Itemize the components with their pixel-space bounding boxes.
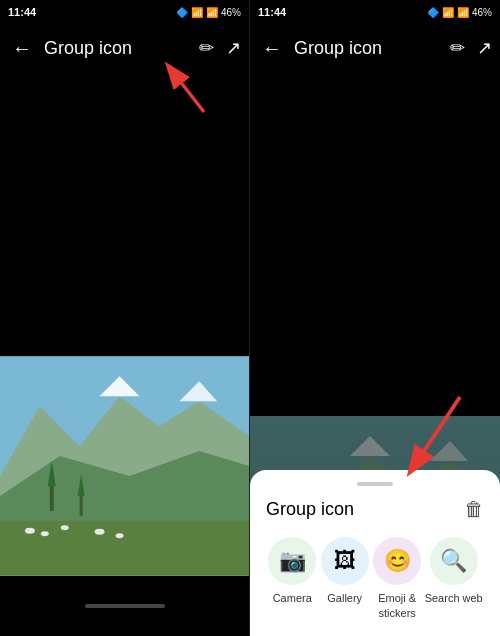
battery-display-r: 46% [472,7,492,18]
bluetooth-icon-r: 🔷 [427,7,439,18]
back-button-left[interactable]: ← [8,33,36,64]
search-icon-circle: 🔍 [430,537,478,585]
emoji-icon-circle: 😊 [373,537,421,585]
gallery-icon-circle: 🖼 [321,537,369,585]
camera-icon: 📷 [279,548,306,574]
sheet-header: Group icon 🗑 [266,498,484,521]
status-bar-right: 11:44 🔷 📶 📶 46% [250,0,500,24]
edit-icon-left[interactable]: ✏ [199,37,214,59]
svg-point-15 [95,529,105,535]
status-time-left: 11:44 [8,6,36,18]
group-photo-left [0,356,249,576]
delete-icon[interactable]: 🗑 [464,498,484,521]
gallery-label: Gallery [327,591,362,605]
svg-rect-8 [50,486,54,511]
page-title-right: Group icon [294,38,442,59]
app-bar-right: ← Group icon ✏ ↗ [250,24,500,72]
bluetooth-icon: 🔷 [176,7,188,18]
status-icons-right: 🔷 📶 📶 46% [427,7,492,18]
bottom-nav-left [0,576,249,636]
svg-point-16 [116,533,124,538]
search-icon: 🔍 [440,548,467,574]
status-time-right: 11:44 [258,6,286,18]
search-label: Search web [425,591,483,605]
black-space-right [250,72,500,416]
time-display-right: 11:44 [258,6,286,18]
camera-label: Camera [273,591,312,605]
svg-rect-10 [80,496,83,516]
status-icons-left: 🔷 📶 📶 46% [176,7,241,18]
svg-point-14 [61,525,69,530]
app-bar-left: ← Group icon ✏ ↗ [0,24,249,72]
wifi-icon: 📶 [191,7,203,18]
svg-rect-7 [0,521,249,576]
share-icon-right[interactable]: ↗ [477,37,492,59]
toolbar-icons-left: ✏ ↗ [199,37,241,59]
share-icon-left[interactable]: ↗ [226,37,241,59]
nav-indicator-left [85,604,165,608]
left-panel: 11:44 🔷 📶 📶 46% ← Group icon ✏ ↗ [0,0,250,636]
option-gallery[interactable]: 🖼 Gallery [320,537,370,605]
signal-icon-r: 📶 [457,7,469,18]
back-button-right[interactable]: ← [258,33,286,64]
svg-point-13 [41,531,49,536]
battery-display: 46% [221,7,241,18]
status-bar-left: 11:44 🔷 📶 📶 46% [0,0,249,24]
wifi-icon-r: 📶 [442,7,454,18]
bottom-sheet: Group icon 🗑 📷 Camera 🖼 Gallery 😊 Emo [250,470,500,636]
option-camera[interactable]: 📷 Camera [267,537,317,605]
svg-point-12 [25,528,35,534]
right-panel: 11:44 🔷 📶 📶 46% ← Group icon ✏ ↗ [250,0,500,636]
edit-icon-right[interactable]: ✏ [450,37,465,59]
emoji-label: Emoji &stickers [378,591,416,620]
gallery-icon: 🖼 [334,548,356,574]
emoji-icon: 😊 [384,548,411,574]
signal-icon: 📶 [206,7,218,18]
option-search-web[interactable]: 🔍 Search web [425,537,483,605]
toolbar-icons-right: ✏ ↗ [450,37,492,59]
sheet-options-row: 📷 Camera 🖼 Gallery 😊 Emoji &stickers 🔍 [266,537,484,620]
sheet-drag-handle[interactable] [357,482,393,486]
mountain-svg-left [0,356,249,576]
time-display: 11:44 [8,6,36,18]
black-space-left [0,72,249,356]
camera-icon-circle: 📷 [268,537,316,585]
page-title-left: Group icon [44,38,191,59]
option-emoji[interactable]: 😊 Emoji &stickers [372,537,422,620]
sheet-title: Group icon [266,499,354,520]
